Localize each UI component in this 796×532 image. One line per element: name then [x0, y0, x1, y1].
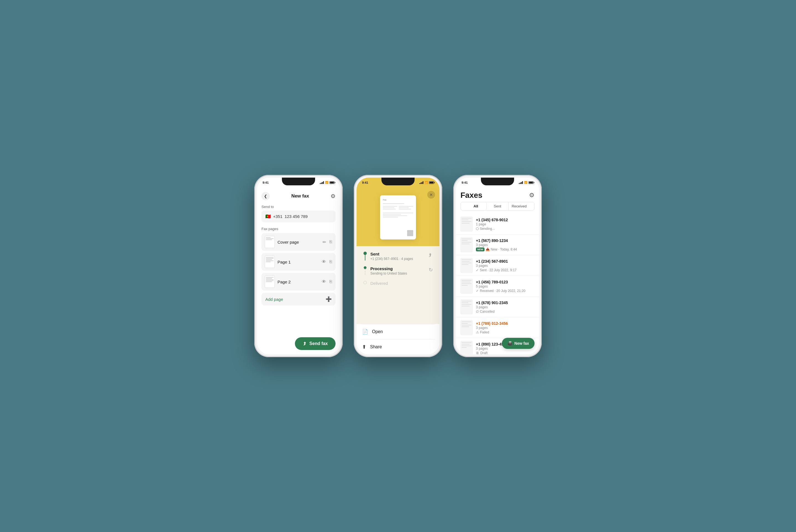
dot-sent [364, 252, 367, 255]
share-icon: ⬆ [362, 344, 366, 350]
thumb-line [462, 264, 468, 265]
share-action[interactable]: ⬆ Share [356, 340, 440, 355]
fax-doc-title: Fax [383, 198, 413, 201]
flag-emoji: 🇵🇹 [265, 214, 271, 219]
thumb-line [462, 218, 471, 218]
fax-row-5[interactable]: +1 (678) 901-2345 3 pages ∅ Cancelled [456, 297, 539, 317]
add-page-label: Add page [265, 297, 283, 302]
thumb-line [266, 257, 274, 258]
new-fax-icon: 📠 [507, 341, 512, 345]
cover-thumb [265, 236, 275, 248]
notch-2 [382, 177, 414, 185]
cancelled-icon: ∅ [476, 310, 479, 314]
received-icon: ✓ [476, 289, 479, 293]
eye-icon-2[interactable]: 👁 [322, 279, 326, 284]
timeline-delivered: Delivered [363, 281, 433, 286]
fax-status-4: ✓ Received · 20 July 2022, 21:20 [476, 289, 535, 293]
send-icon: ⮭ [303, 341, 307, 346]
edit-icon[interactable]: ✏ [322, 240, 326, 245]
copy-icon-2[interactable]: ⎘ [330, 259, 332, 264]
close-button[interactable]: ✕ [427, 191, 435, 198]
navigate-icon[interactable]: ⮭ [428, 252, 433, 258]
send-btn-label: Send fax [309, 341, 328, 346]
sent-title: Sent [370, 252, 413, 256]
bar2 [520, 183, 521, 184]
timeline-processing: Processing Sending to United States ↻ [363, 266, 433, 281]
dot-processing [364, 266, 367, 269]
copy-icon[interactable]: ⎘ [330, 240, 332, 244]
status-icons-2: 📶 [419, 181, 434, 184]
yellow-header: ✕ Fax [356, 190, 440, 246]
fax-row-4[interactable]: +1 (456) 789-0123 5 pages ✓ Received · 2… [456, 276, 539, 297]
thumb-line [462, 220, 468, 220]
fax-pages-section: Fax pages Cover page ✏ [261, 227, 335, 305]
time-2: 9:41 [362, 181, 368, 184]
back-button[interactable]: ❮ [261, 192, 270, 200]
status-bar-1: 9:41 📶 [257, 177, 340, 190]
send-to-label: Send to [261, 205, 335, 209]
bar1 [519, 183, 520, 184]
fax-line [383, 215, 407, 216]
open-action[interactable]: 📄 Open [356, 324, 440, 339]
send-fax-button[interactable]: ⮭ Send fax [295, 337, 335, 350]
nav-bar-1: ❮ New fax ⚙ [257, 190, 340, 203]
thumb-line [462, 306, 469, 306]
new-fax-label: New fax [514, 341, 529, 345]
phone-1-inner: 9:41 📶 [257, 177, 340, 355]
settings-icon-3[interactable]: ⚙ [529, 192, 535, 199]
dot-col-delivered [363, 281, 367, 284]
fax-info-1: +1 (345) 678-9012 1 page Sending... [476, 218, 535, 231]
refresh-icon[interactable]: ↻ [429, 266, 433, 273]
page-item-2[interactable]: Page 2 👁 ⎘ [261, 273, 335, 290]
draft-icon: 🗎 [476, 351, 479, 355]
processing-text: Processing Sending to United States [370, 266, 407, 276]
thumb-line [266, 279, 274, 280]
tab-received[interactable]: Received [508, 202, 530, 210]
fax-thumb-1 [461, 216, 473, 231]
fax-status-1: Sending... [476, 227, 535, 231]
fax-thumb-3 [461, 258, 473, 273]
bar3 [521, 182, 522, 184]
bar2 [420, 183, 421, 184]
fax-row-1[interactable]: +1 (345) 678-9012 1 page Sending... [456, 214, 539, 234]
page-item-cover[interactable]: Cover page ✏ ⎘ [261, 233, 335, 251]
fax-row-6[interactable]: +1 (789) 012-3456 3 pages ⚠ Failed [456, 317, 539, 338]
add-page-button[interactable]: Add page ➕ [261, 293, 335, 305]
thumb-line [462, 240, 468, 241]
fax-preview: Fax [356, 190, 440, 244]
battery-fill-3 [529, 182, 533, 184]
wifi-icon: 📶 [325, 181, 328, 184]
page-item-1[interactable]: Page 1 👁 ⎘ [261, 253, 335, 271]
bar4 [522, 181, 523, 184]
eye-icon[interactable]: 👁 [322, 259, 326, 264]
phone-3: 9:41 📶 [453, 175, 542, 357]
new-fax-fab[interactable]: 📠 New fax [502, 338, 535, 349]
fax-status-3: ✓ Sent · 22 July 2022, 9:17 [476, 268, 535, 272]
thumb-line [266, 278, 272, 279]
send-btn-container: ⮭ Send fax [257, 333, 340, 355]
settings-button-1[interactable]: ⚙ [331, 193, 335, 200]
country-code: +351 [273, 214, 282, 219]
fax-mid-lines [383, 213, 413, 217]
failed-icon: ⚠ [476, 330, 479, 334]
time-3: 9:41 [462, 181, 468, 184]
faxes-title: Faxes [461, 191, 482, 200]
fax-line [383, 209, 396, 209]
thumb-line [462, 345, 471, 346]
page-list: Cover page ✏ ⎘ [261, 233, 335, 290]
fax-row-2[interactable]: +1 (567) 890-1234 3 pages NEW 📤 New · To… [456, 234, 539, 255]
fax-row-3[interactable]: +1 (234) 567-8901 3 pages ✓ Sent · 22 Ju… [456, 255, 539, 276]
phone-1-screen: 9:41 📶 [257, 177, 340, 355]
fax-thumb-7 [461, 341, 473, 355]
fax-pages-6: 3 pages [476, 326, 535, 330]
fax-line [383, 203, 404, 204]
thumb-line [462, 342, 471, 343]
copy-icon-3[interactable]: ⎘ [330, 279, 332, 284]
thumb-line [266, 240, 272, 240]
phone-input-field[interactable]: 🇵🇹 +351 123 456 789 [261, 210, 335, 222]
bottom-sheet: 📄 Open ⬆ Share [356, 324, 440, 355]
fax-list: +1 (345) 678-9012 1 page Sending... [456, 214, 539, 355]
tab-all[interactable]: All [465, 202, 487, 210]
tab-sent[interactable]: Sent [487, 202, 508, 210]
phone-2: 9:41 📶 [354, 175, 442, 357]
